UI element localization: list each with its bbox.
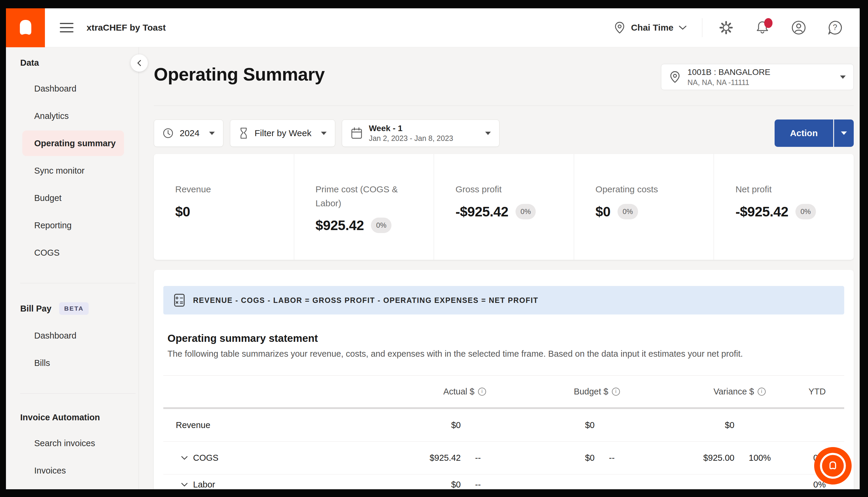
- sidebar-section-invoice-automation: Invoice Automation: [20, 413, 139, 422]
- expand-chevron-icon[interactable]: [181, 483, 188, 487]
- variance-sub: 100%: [734, 453, 781, 463]
- svg-text:?: ?: [832, 23, 837, 32]
- calculator-icon: [174, 293, 185, 307]
- location-address: NA, NA, NA -11111: [687, 78, 770, 87]
- kpi-net-profit: Net profit -$925.42 0%: [714, 154, 854, 260]
- kpi-prime-cost: Prime cost (COGS & Labor) $925.42 0%: [294, 154, 434, 260]
- header-divider: [702, 18, 702, 37]
- kpi-revenue: Revenue $0: [154, 154, 294, 260]
- notification-badge: [764, 18, 772, 28]
- row-label: Revenue: [176, 420, 210, 430]
- variance-value: $0: [629, 420, 734, 430]
- column-header-budget: Budget $ i: [495, 387, 629, 397]
- week-range: Jan 2, 2023 - Jan 8, 2023: [369, 134, 453, 143]
- caret-down-icon: [840, 75, 846, 79]
- toast-bread-icon: [16, 18, 36, 38]
- settings-button[interactable]: [718, 19, 734, 36]
- row-label: COGS: [193, 453, 218, 463]
- sidebar-item-reporting[interactable]: Reporting: [22, 212, 124, 239]
- sidebar-item-bills[interactable]: Bills: [22, 349, 124, 377]
- title-divider: [154, 105, 854, 106]
- sidebar-item-cogs[interactable]: COGS: [22, 239, 124, 266]
- caret-down-icon: [209, 132, 215, 135]
- period-type-value: Filter by Week: [254, 128, 312, 138]
- top-bar: xtraCHEF by Toast Chai Time: [6, 8, 860, 47]
- sidebar-section-data: Data: [20, 58, 139, 68]
- row-label: Labor: [193, 480, 215, 489]
- location-pin-icon: [669, 70, 681, 84]
- action-button[interactable]: Action: [775, 119, 833, 147]
- table-row-labor: Labor $0 -- 0%: [163, 474, 844, 489]
- location-selector[interactable]: 1001B : BANGALORE NA, NA, NA -11111: [661, 64, 854, 90]
- sidebar-item-invoices[interactable]: Invoices: [22, 457, 124, 484]
- sidebar: Data Dashboard Analytics Operating summa…: [6, 47, 139, 489]
- action-menu-button[interactable]: [834, 119, 854, 147]
- actual-value: $925.42: [297, 453, 461, 463]
- period-type-dropdown[interactable]: Filter by Week: [230, 119, 335, 147]
- sidebar-item-analytics[interactable]: Analytics: [22, 102, 124, 130]
- chevron-down-icon: [679, 26, 687, 30]
- sidebar-item-search-invoices[interactable]: Search invoices: [22, 429, 124, 457]
- formula-text: REVENUE - COGS - LABOR = GROSS PROFIT - …: [193, 296, 538, 305]
- action-split-button: Action: [775, 119, 854, 147]
- actual-sub: --: [461, 480, 495, 489]
- week-range-dropdown[interactable]: Week - 1 Jan 2, 2023 - Jan 8, 2023: [342, 119, 500, 147]
- kpi-value: $0: [175, 204, 190, 220]
- clock-icon: [162, 128, 174, 139]
- kpi-label: Net profit: [735, 183, 833, 197]
- budget-value: $0: [495, 453, 595, 463]
- column-header-ytd: YTD: [781, 387, 844, 397]
- app-title: xtraCHEF by Toast: [86, 23, 166, 33]
- kpi-gross-profit: Gross profit -$925.42 0%: [434, 154, 574, 260]
- kpi-value: $0: [595, 204, 610, 220]
- chat-support-button[interactable]: [814, 447, 852, 484]
- sidebar-divider: [20, 283, 136, 283]
- column-header-variance: Variance $ i: [629, 387, 781, 397]
- table-header-row: Actual $ i Budget $ i Variance $ i YTD: [163, 376, 844, 409]
- year-dropdown[interactable]: 2024: [154, 119, 223, 147]
- beta-badge: BETA: [59, 302, 89, 315]
- kpi-percent-badge: 0%: [618, 204, 638, 219]
- info-icon[interactable]: i: [478, 388, 486, 396]
- column-header-actual: Actual $ i: [297, 387, 495, 397]
- chevron-left-icon: [136, 59, 142, 67]
- account-button[interactable]: [790, 19, 807, 36]
- statement-description: The following table summarizes your reve…: [167, 349, 844, 359]
- actual-value: $0: [297, 480, 461, 489]
- app-window: xtraCHEF by Toast Chai Time: [6, 8, 860, 489]
- expand-chevron-icon[interactable]: [181, 456, 188, 460]
- location-pin-icon: [614, 21, 625, 34]
- kpi-value: -$925.42: [735, 204, 788, 220]
- sidebar-item-billpay-dashboard[interactable]: Dashboard: [22, 322, 124, 349]
- caret-down-icon: [841, 131, 847, 135]
- caret-down-icon: [321, 132, 327, 135]
- kpi-label: Prime cost (COGS & Labor): [316, 183, 414, 210]
- sidebar-item-dashboard[interactable]: Dashboard: [22, 75, 124, 102]
- sidebar-item-sync-monitor[interactable]: Sync monitor: [22, 157, 124, 184]
- variance-value: $925.00: [629, 453, 734, 463]
- kpi-label: Revenue: [175, 183, 273, 197]
- operating-statement-card: REVENUE - COGS - LABOR = GROSS PROFIT - …: [154, 270, 854, 489]
- actual-value: $0: [297, 420, 461, 430]
- restaurant-switcher[interactable]: Chai Time: [614, 21, 687, 34]
- info-icon[interactable]: i: [758, 388, 766, 396]
- sidebar-collapse-button[interactable]: [130, 54, 148, 72]
- info-icon[interactable]: i: [612, 388, 620, 396]
- toast-logo[interactable]: [6, 8, 45, 47]
- sidebar-item-operating-summary[interactable]: Operating summary: [22, 130, 124, 156]
- help-button[interactable]: ?: [827, 19, 843, 36]
- help-icon: ?: [827, 20, 843, 36]
- page-title: Operating Summary: [154, 64, 325, 85]
- kpi-percent-badge: 0%: [371, 217, 391, 233]
- statement-heading: Operating summary statement: [167, 332, 844, 344]
- notifications-button[interactable]: [754, 19, 771, 36]
- restaurant-name: Chai Time: [631, 23, 673, 33]
- main-content: Operating Summary 1001B : BANGALORE NA, …: [139, 47, 860, 489]
- user-icon: [791, 20, 807, 36]
- menu-icon[interactable]: [60, 23, 73, 32]
- sidebar-item-budget[interactable]: Budget: [22, 184, 124, 212]
- year-value: 2024: [180, 128, 199, 138]
- formula-banner: REVENUE - COGS - LABOR = GROSS PROFIT - …: [163, 286, 844, 314]
- sidebar-divider: [20, 393, 136, 394]
- kpi-label: Operating costs: [595, 183, 694, 197]
